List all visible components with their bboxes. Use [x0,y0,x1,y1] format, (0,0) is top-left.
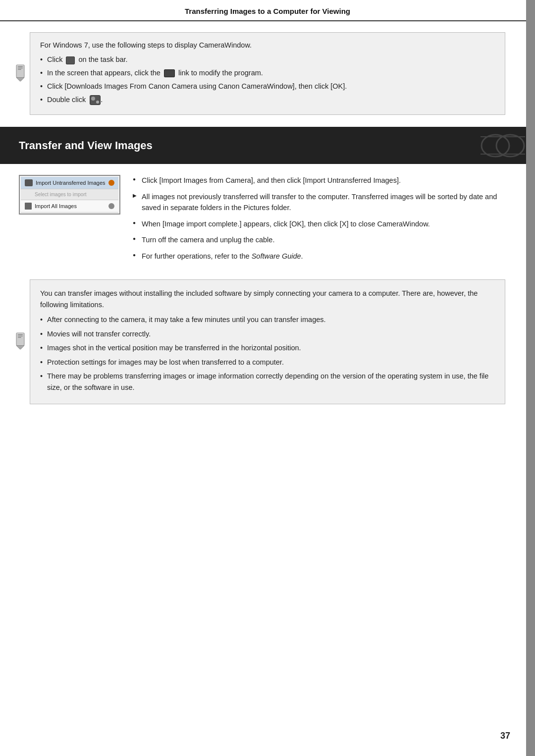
link-icon [164,69,175,77]
section-heading: Transfer and View Images [0,127,535,164]
bottom-note-section: You can transfer images without installi… [30,279,505,404]
page-header: Transferring Images to a Computer for Vi… [0,0,535,21]
cw-icon-all [25,203,32,210]
transfer-item-4: Turn off the camera and unplug the cable… [133,234,516,245]
cw-row-1-label: Import Untransferred Images [36,180,106,186]
cw-row-2-label: Select images to import [35,192,114,197]
transfer-item-1: Click [Import Images from Camera], and t… [133,175,516,186]
transfer-section: Import Untransferred Images Select image… [19,175,516,267]
svg-rect-1 [18,66,23,67]
bottom-note-intro: You can transfer images without installi… [40,288,495,310]
taskbar-icon [66,56,75,64]
top-note-item-3: • Click [Downloads Images From Canon Cam… [40,81,495,92]
cw-row-3: Import All Images [21,200,118,213]
right-accent-bar [526,0,535,756]
page-container: Transferring Images to a Computer for Vi… [0,0,535,756]
page-number: 37 [500,731,510,741]
section-title: Transfer and View Images [19,139,153,152]
top-note-content: For Windows 7, use the following steps t… [30,32,505,115]
svg-point-5 [482,135,509,157]
cw-row-3-label: Import All Images [35,203,106,209]
svg-marker-13 [16,346,24,350]
cw-dot-3 [108,203,114,209]
transfer-bullet-list: Click [Import Images from Camera], and t… [133,175,516,262]
camera-window-screenshot: Import Untransferred Images Select image… [19,175,123,267]
software-guide-ref: Software Guide [252,252,301,260]
top-note-item-1: • Click on the task bar. [40,54,495,65]
double-click-text: Double click [47,96,86,104]
cw-icon-import [25,179,33,186]
top-note-intro: For Windows 7, use the following steps t… [40,40,495,51]
note-pencil-icon [14,64,27,83]
top-note-list: • Click on the task bar. • In the screen… [40,54,495,105]
bottom-note-item-3: • Images shot in the vertical position m… [40,342,495,353]
bottom-note-content: You can transfer images without installi… [30,279,505,404]
bottom-note-pencil-icon [14,333,27,351]
transfer-item-5: For further operations, refer to the Sof… [133,251,516,262]
cw-row-1: Import Untransferred Images [21,177,118,189]
cw-window: Import Untransferred Images Select image… [19,175,120,215]
cw-row-2: Select images to import [21,189,118,200]
double-click-icon [90,95,101,105]
transfer-item-2: All images not previously transferred wi… [133,191,516,214]
transfer-instructions: Click [Import Images from Camera], and t… [133,175,516,267]
svg-rect-10 [18,334,23,335]
svg-rect-11 [18,336,23,337]
top-note-box: For Windows 7, use the following steps t… [30,32,505,115]
transfer-item-3: When [Image import complete.] appears, c… [133,218,516,229]
bottom-note-list: • After connecting to the camera, it may… [40,314,495,393]
header-title: Transferring Images to a Computer for Vi… [185,7,350,15]
bottom-note-item-2: • Movies will not transfer correctly. [40,328,495,339]
bottom-note-item-1: • After connecting to the camera, it may… [40,314,495,325]
svg-rect-2 [18,67,23,68]
top-note-item-2: • In the screen that appears, click the … [40,68,495,79]
svg-rect-3 [18,69,21,70]
svg-point-6 [496,135,524,157]
bottom-note-item-4: • Protection settings for images may be … [40,357,495,368]
bottom-note-item-5: • There may be problems transferring ima… [40,371,495,393]
cw-dot-1 [108,180,114,186]
section-watermark [481,132,525,159]
svg-rect-12 [18,337,21,338]
svg-marker-4 [16,77,24,81]
top-note-item-4: • Double click . [40,95,495,106]
